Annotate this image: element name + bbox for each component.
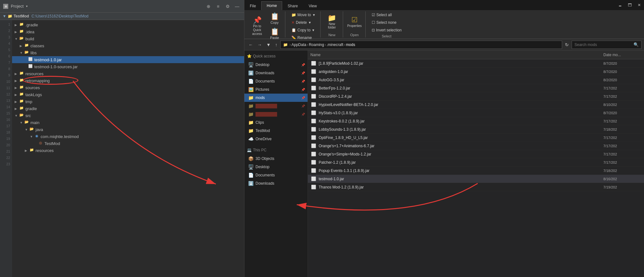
search-input[interactable] <box>574 43 634 47</box>
nav-3dobjects[interactable]: 📦 3D Objects <box>244 155 308 163</box>
tab-home[interactable]: Home <box>261 1 282 10</box>
nav-redacted-1[interactable]: 📁 ████████ 📌 <box>244 102 308 110</box>
jar-icon-orangeanim: ⬜ <box>310 143 317 149</box>
jar-icon-discordrp: ⬜ <box>310 93 317 100</box>
tree-item-src-resources[interactable]: ▶ 📁 resources <box>12 147 244 154</box>
file-row-keystrokes[interactable]: ⬜ Keystrokes-8.0.2 (1.8.9).jar 7/17/202 <box>308 117 644 125</box>
nav-testmod[interactable]: 📁 TestMod <box>244 127 308 135</box>
delete-btn[interactable]: ✕ Delete ▾ <box>289 19 318 26</box>
move-to-btn[interactable]: 📁 Move to ▾ <box>289 11 318 18</box>
nav-documents[interactable]: 📄 Documents 📌 <box>244 77 308 85</box>
tab-file[interactable]: File <box>244 1 261 10</box>
jar-icon-autogg: ⬜ <box>310 77 317 83</box>
tree-item-classes[interactable]: ▶ 📁 classes <box>12 42 244 49</box>
nav-pane: ⭐ Quick access 🖥️ Desktop 📌 ⬇️ Downloads… <box>244 50 308 277</box>
nav-pictures[interactable]: 🖼️ Pictures 📌 <box>244 85 308 94</box>
tree-item-gradle2[interactable]: ▶ 📁 gradle <box>12 105 244 112</box>
nav-documents2[interactable]: 📄 Documents <box>244 171 308 179</box>
nav-parent-btn[interactable]: ↑ <box>274 41 279 48</box>
win-close[interactable]: ✕ <box>634 0 644 10</box>
tab-share[interactable]: Share <box>282 1 303 10</box>
tree-item-retromapping[interactable]: ▶ 📁 retromapping <box>12 77 244 84</box>
project-name: TestMod <box>14 14 29 18</box>
new-folder-icon: 📁 <box>328 15 336 22</box>
tree-item-idea[interactable]: ▶ 📁 .idea <box>12 28 244 35</box>
tree-item-build[interactable]: ▼ 📂 build <box>12 35 244 42</box>
tree-item-libs[interactable]: ▼ 📂 libs <box>12 49 244 56</box>
nav-up-btn[interactable]: ▼ <box>265 41 272 48</box>
copy-icon: 📋 <box>270 13 279 20</box>
nav-clips[interactable]: 📁 Clips <box>244 118 308 127</box>
select-none-btn[interactable]: ☐ Select none <box>369 19 405 26</box>
project-icon: 📁 <box>8 14 12 18</box>
ide-dropdown-icon[interactable]: ▾ <box>26 4 28 8</box>
file-row-popupevents[interactable]: ⬜ Popup Events-1.3.1 (1.8.9).jar 7/18/20… <box>308 167 644 175</box>
tree-item-tasklogs[interactable]: ▶ 📁 taskLogs <box>12 91 244 98</box>
address-path-box[interactable]: 📁 › AppData › Roaming › .minecraft › mod… <box>280 41 562 49</box>
win-minimize[interactable]: 🗕 <box>615 0 625 10</box>
file-row-lobbysounds[interactable]: ⬜ LobbySounds-1.3 (1.8.9).jar 7/18/202 <box>308 125 644 134</box>
file-row-particlemod[interactable]: ⬜ [1.8.9]ParticleMod-1.02.jar 8/7/2020 <box>308 59 644 68</box>
ribbon-tabs: File Home Share View <box>244 0 615 10</box>
nav-mods[interactable]: 📁 mods 📌 <box>244 94 308 102</box>
file-row-antigolden[interactable]: ⬜ antigolden-1.0.jar 8/7/2020 <box>308 68 644 76</box>
file-row-hystats[interactable]: ⬜ HyStats-v3.0 (1.8.9).jar 8/7/2020 <box>308 109 644 117</box>
copy-to-btn[interactable]: 📋 Copy to ▾ <box>289 27 318 34</box>
file-row-patcher[interactable]: ⬜ Patcher-1.2 (1.8.9).jar 7/17/202 <box>308 158 644 167</box>
tab-view[interactable]: View <box>303 1 322 10</box>
pictures-icon: 🖼️ <box>248 87 254 92</box>
copy-btn[interactable]: 📋 Copy <box>267 11 282 26</box>
select-all-btn[interactable]: ☑ Select all <box>369 11 405 18</box>
new-folder-btn[interactable]: 📁 New folder <box>324 12 340 31</box>
file-row-optifine[interactable]: ⬜ OptiFine_1.8.9_HD_U_L5.jar 7/17/202 <box>308 134 644 142</box>
nav-onedrive[interactable]: ☁️ OneDrive <box>244 135 308 143</box>
redacted-folder-icon-1: 📁 <box>248 103 254 109</box>
tree-item-testmod-jar[interactable]: ⬜ testmod-1.0.jar <box>12 56 244 63</box>
ide-layout-btn[interactable]: ≡ <box>214 3 222 10</box>
refresh-btn[interactable]: ↻ <box>563 41 570 48</box>
col-name-header[interactable]: Name <box>310 53 603 57</box>
nav-back-btn[interactable]: ← <box>247 41 255 48</box>
downloads-icon: ⬇️ <box>248 70 254 76</box>
pin-quickaccess-btn[interactable]: 📌 Pin to Quick access <box>249 15 265 37</box>
file-row-thanos[interactable]: ⬜ Thanos Mod-1.2 (1.8.9).jar 7/19/202 <box>308 183 644 191</box>
main-content: ⭐ Quick access 🖥️ Desktop 📌 ⬇️ Downloads… <box>244 50 644 277</box>
jar-icon-hypixelnotifier: ⬜ <box>310 102 317 108</box>
tree-item-gradle[interactable]: ▶ 📁 .gradle <box>12 21 244 28</box>
nav-downloads[interactable]: ⬇️ Downloads 📌 <box>244 69 308 77</box>
tree-item-java[interactable]: ▼ 📂 java <box>12 126 244 133</box>
properties-btn[interactable]: ☑ Properties <box>346 12 363 31</box>
file-row-orangesimple[interactable]: ⬜ Orange's+Simple+Mods-1.2.jar 7/17/202 <box>308 150 644 158</box>
invert-selection-btn[interactable]: ⊡ Invert selection <box>369 27 405 34</box>
tree-item-tmp[interactable]: ▶ 📁 tmp <box>12 98 244 105</box>
nav-desktop2[interactable]: 🖥️ Desktop <box>244 163 308 171</box>
file-row-hypixelnotifier[interactable]: ⬜ HypixelLevelNotifier-BETA-1.2.0.jar 8/… <box>308 101 644 109</box>
tree-item-sources[interactable]: ▶ 📁 sources <box>12 84 244 91</box>
clips-icon: 📁 <box>248 120 254 125</box>
ide-settings-btn[interactable]: ⚙ <box>224 3 231 10</box>
win-maximize[interactable]: 🗖 <box>625 0 634 10</box>
open-buttons: ☑ Properties <box>346 11 363 32</box>
file-row-discordrp[interactable]: ⬜ DiscordRP-1.2.4.jar 7/17/202 <box>308 92 644 101</box>
file-row-testmod-jar[interactable]: ⬜ testmod-1.0.jar 8/16/202 <box>308 175 644 183</box>
nav-downloads2[interactable]: ⬇️ Downloads <box>244 179 308 188</box>
explorer-panel: File Home Share View 🗕 🗖 ✕ 📌 Pin to Quic… <box>244 0 644 277</box>
nav-desktop[interactable]: 🖥️ Desktop 📌 <box>244 61 308 69</box>
file-row-orangeanim[interactable]: ⬜ Orange's+1.7+Animations-6.7.jar 7/17/2… <box>308 142 644 150</box>
ide-globe-btn[interactable]: ⊕ <box>205 3 212 10</box>
tree-item-main[interactable]: ▼ 📂 main <box>12 119 244 126</box>
tree-item-testmod-sources-jar[interactable]: ⬜ testmod-1.0-sources.jar <box>12 63 244 70</box>
nav-forward-btn[interactable]: → <box>256 41 263 48</box>
clipboard-group: 📌 Pin to Quick access 📋 Copy 📋 Paste <box>246 11 285 37</box>
file-row-autogg[interactable]: ⬜ AutoGG-3.5.jar 8/2/2020 <box>308 76 644 84</box>
jar-icon-orangesimple: ⬜ <box>310 151 317 157</box>
nav-redacted-2[interactable]: 📁 ████████ 📌 <box>244 110 308 118</box>
ide-minimize-btn[interactable]: — <box>233 3 241 10</box>
tree-item-package[interactable]: ▼ ◉ com.miqhtie.testmod <box>12 133 244 140</box>
search-box[interactable]: 🔍 <box>572 41 641 49</box>
file-row-betterfps[interactable]: ⬜ BetterFps-1.2.0.jar 7/17/202 <box>308 84 644 92</box>
tree-item-src[interactable]: ▼ 📂 src <box>12 112 244 119</box>
tree-item-resources[interactable]: ▶ 📁 resources <box>12 70 244 77</box>
col-date-header[interactable]: Date mo... <box>603 53 641 57</box>
tree-item-testmod-java[interactable]: ◎ TestMod <box>12 140 244 147</box>
